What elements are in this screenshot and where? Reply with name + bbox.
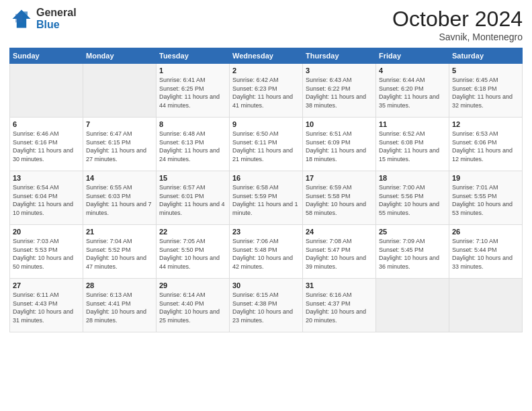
day-number: 10: [306, 120, 373, 128]
day-info: Sunrise: 7:05 AMSunset: 5:50 PMDaylight:…: [159, 237, 226, 271]
header-saturday: Saturday: [449, 48, 523, 64]
calendar-cell: [10, 64, 83, 118]
day-number: 3: [306, 66, 373, 75]
calendar-week-3: 13Sunrise: 6:54 AMSunset: 6:04 PMDayligh…: [10, 171, 523, 225]
title-block: October 2024 Savnik, Montenegro: [392, 7, 523, 42]
calendar-cell: 31Sunrise: 6:16 AMSunset: 4:37 PMDayligh…: [303, 279, 376, 332]
calendar-cell: [376, 279, 449, 332]
day-number: 15: [159, 174, 226, 182]
calendar-cell: 23Sunrise: 7:06 AMSunset: 5:48 PMDayligh…: [230, 225, 303, 279]
calendar-cell: 6Sunrise: 6:46 AMSunset: 6:16 PMDaylight…: [10, 118, 83, 171]
header-monday: Monday: [83, 48, 157, 64]
day-info: Sunrise: 7:08 AMSunset: 5:47 PMDaylight:…: [306, 237, 373, 271]
day-info: Sunrise: 7:03 AMSunset: 5:53 PMDaylight:…: [13, 237, 80, 271]
day-info: Sunrise: 6:55 AMSunset: 6:03 PMDaylight:…: [86, 183, 153, 217]
calendar-week-2: 6Sunrise: 6:46 AMSunset: 6:16 PMDaylight…: [10, 118, 523, 171]
day-number: 22: [159, 228, 226, 236]
day-info: Sunrise: 6:11 AMSunset: 4:43 PMDaylight:…: [13, 291, 80, 324]
logo-blue-text: Blue: [36, 19, 77, 31]
calendar-cell: 21Sunrise: 7:04 AMSunset: 5:52 PMDayligh…: [83, 225, 157, 279]
day-number: 21: [86, 228, 153, 236]
day-number: 23: [232, 228, 300, 236]
calendar-week-4: 20Sunrise: 7:03 AMSunset: 5:53 PMDayligh…: [10, 225, 523, 279]
day-info: Sunrise: 6:59 AMSunset: 5:58 PMDaylight:…: [306, 183, 373, 217]
day-info: Sunrise: 6:50 AMSunset: 6:11 PMDaylight:…: [232, 130, 300, 163]
calendar-cell: [83, 64, 157, 118]
day-number: 28: [86, 281, 153, 289]
calendar-cell: 24Sunrise: 7:08 AMSunset: 5:47 PMDayligh…: [303, 225, 376, 279]
day-info: Sunrise: 6:54 AMSunset: 6:04 PMDaylight:…: [13, 183, 80, 217]
day-number: 1: [159, 66, 226, 75]
calendar-cell: 22Sunrise: 7:05 AMSunset: 5:50 PMDayligh…: [157, 225, 230, 279]
day-info: Sunrise: 6:15 AMSunset: 4:38 PMDaylight:…: [232, 291, 300, 324]
calendar-cell: 27Sunrise: 6:11 AMSunset: 4:43 PMDayligh…: [10, 279, 83, 332]
day-info: Sunrise: 7:01 AMSunset: 5:55 PMDaylight:…: [452, 183, 519, 217]
day-info: Sunrise: 6:14 AMSunset: 4:40 PMDaylight:…: [159, 291, 226, 324]
calendar-cell: 17Sunrise: 6:59 AMSunset: 5:58 PMDayligh…: [303, 171, 376, 225]
calendar-header: Sunday Monday Tuesday Wednesday Thursday…: [10, 48, 523, 64]
day-number: 30: [232, 281, 300, 289]
day-number: 4: [379, 66, 446, 75]
day-number: 8: [159, 120, 226, 128]
calendar-cell: 14Sunrise: 6:55 AMSunset: 6:03 PMDayligh…: [83, 171, 157, 225]
calendar-cell: 4Sunrise: 6:44 AMSunset: 6:20 PMDaylight…: [376, 64, 449, 118]
logo: General Blue: [9, 7, 77, 31]
calendar-cell: 3Sunrise: 6:43 AMSunset: 6:22 PMDaylight…: [303, 64, 376, 118]
day-number: 9: [232, 120, 300, 128]
day-number: 16: [232, 174, 300, 182]
calendar-cell: 29Sunrise: 6:14 AMSunset: 4:40 PMDayligh…: [157, 279, 230, 332]
calendar-cell: 18Sunrise: 7:00 AMSunset: 5:56 PMDayligh…: [376, 171, 449, 225]
calendar-cell: [449, 279, 523, 332]
calendar-body: 1Sunrise: 6:41 AMSunset: 6:25 PMDaylight…: [10, 64, 523, 332]
logo-icon: [9, 7, 34, 31]
day-number: 11: [379, 120, 446, 128]
calendar-cell: 13Sunrise: 6:54 AMSunset: 6:04 PMDayligh…: [10, 171, 83, 225]
day-info: Sunrise: 6:45 AMSunset: 6:18 PMDaylight:…: [452, 76, 519, 109]
day-info: Sunrise: 6:42 AMSunset: 6:23 PMDaylight:…: [232, 76, 300, 109]
header-thursday: Thursday: [303, 48, 376, 64]
logo-general-text: General: [36, 7, 77, 19]
day-info: Sunrise: 7:09 AMSunset: 5:45 PMDaylight:…: [379, 237, 446, 271]
day-number: 14: [86, 174, 153, 182]
calendar-table: Sunday Monday Tuesday Wednesday Thursday…: [9, 48, 523, 332]
day-number: 27: [13, 281, 80, 289]
day-number: 7: [86, 120, 153, 128]
day-info: Sunrise: 7:06 AMSunset: 5:48 PMDaylight:…: [232, 237, 300, 271]
day-number: 2: [232, 66, 300, 75]
day-number: 26: [452, 228, 519, 236]
calendar-cell: 2Sunrise: 6:42 AMSunset: 6:23 PMDaylight…: [230, 64, 303, 118]
day-number: 5: [452, 66, 519, 75]
day-number: 12: [452, 120, 519, 128]
calendar-cell: 11Sunrise: 6:52 AMSunset: 6:08 PMDayligh…: [376, 118, 449, 171]
header-friday: Friday: [376, 48, 449, 64]
day-number: 17: [306, 174, 373, 182]
calendar-cell: 7Sunrise: 6:47 AMSunset: 6:15 PMDaylight…: [83, 118, 157, 171]
calendar-cell: 10Sunrise: 6:51 AMSunset: 6:09 PMDayligh…: [303, 118, 376, 171]
calendar-cell: 20Sunrise: 7:03 AMSunset: 5:53 PMDayligh…: [10, 225, 83, 279]
calendar-cell: 25Sunrise: 7:09 AMSunset: 5:45 PMDayligh…: [376, 225, 449, 279]
location-subtitle: Savnik, Montenegro: [392, 32, 523, 42]
day-number: 19: [452, 174, 519, 182]
day-number: 13: [13, 174, 80, 182]
day-number: 24: [306, 228, 373, 236]
day-info: Sunrise: 6:53 AMSunset: 6:06 PMDaylight:…: [452, 130, 519, 163]
day-number: 20: [13, 228, 80, 236]
page: General Blue October 2024 Savnik, Monten…: [0, 0, 532, 411]
header-wednesday: Wednesday: [230, 48, 303, 64]
calendar-cell: 12Sunrise: 6:53 AMSunset: 6:06 PMDayligh…: [449, 118, 523, 171]
header: General Blue October 2024 Savnik, Monten…: [9, 7, 523, 42]
header-tuesday: Tuesday: [157, 48, 230, 64]
calendar-cell: 8Sunrise: 6:48 AMSunset: 6:13 PMDaylight…: [157, 118, 230, 171]
day-info: Sunrise: 6:16 AMSunset: 4:37 PMDaylight:…: [306, 291, 373, 324]
day-info: Sunrise: 6:13 AMSunset: 4:41 PMDaylight:…: [86, 291, 153, 324]
day-info: Sunrise: 6:48 AMSunset: 6:13 PMDaylight:…: [159, 130, 226, 163]
calendar-cell: 5Sunrise: 6:45 AMSunset: 6:18 PMDaylight…: [449, 64, 523, 118]
day-info: Sunrise: 6:43 AMSunset: 6:22 PMDaylight:…: [306, 76, 373, 109]
calendar-week-5: 27Sunrise: 6:11 AMSunset: 4:43 PMDayligh…: [10, 279, 523, 332]
logo-text: General Blue: [36, 7, 77, 30]
calendar-cell: 16Sunrise: 6:58 AMSunset: 5:59 PMDayligh…: [230, 171, 303, 225]
day-info: Sunrise: 7:00 AMSunset: 5:56 PMDaylight:…: [379, 183, 446, 217]
day-info: Sunrise: 6:57 AMSunset: 6:01 PMDaylight:…: [159, 183, 226, 217]
calendar-week-1: 1Sunrise: 6:41 AMSunset: 6:25 PMDaylight…: [10, 64, 523, 118]
day-info: Sunrise: 6:58 AMSunset: 5:59 PMDaylight:…: [232, 183, 300, 217]
